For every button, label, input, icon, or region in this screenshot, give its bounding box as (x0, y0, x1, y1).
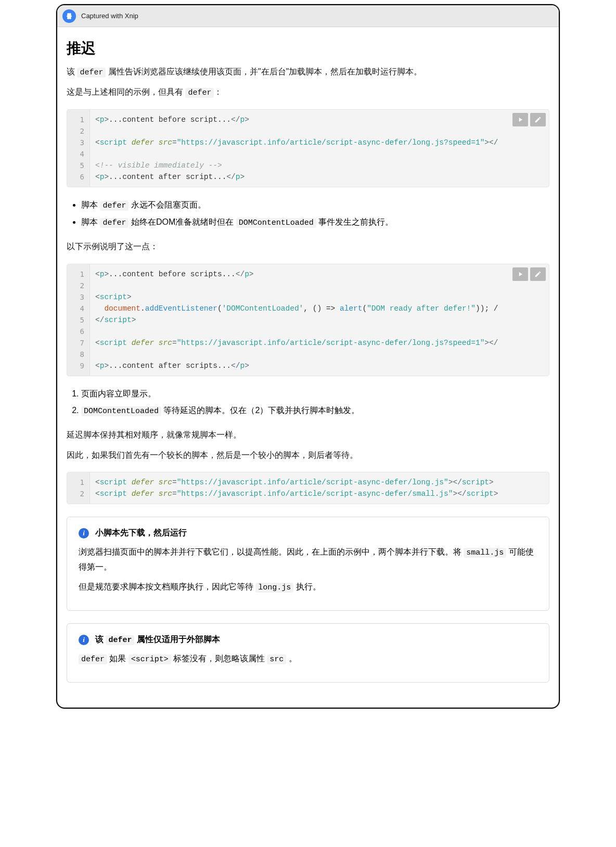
code: defer (100, 201, 129, 211)
page-title: 推迟 (67, 38, 549, 58)
xnip-logo-icon (62, 9, 76, 23)
paragraph-1: 该 defer 属性告诉浏览器应该继续使用该页面，并"在后台"加载脚本，然后在加… (67, 65, 549, 80)
line-number: 9 (67, 360, 89, 371)
line-number: 6 (67, 171, 89, 183)
code-content: <p>...content before scripts...</p> <scr… (90, 264, 549, 376)
text: 属性告诉浏览器应该继续使用该页面，并"在后台"加载脚本，然后在加载时运行脚本。 (106, 67, 422, 76)
line-number: 2 (67, 488, 89, 499)
code-defer: defer (77, 68, 106, 78)
code: defer (79, 654, 107, 664)
run-button[interactable] (512, 113, 528, 126)
line-number: 5 (67, 314, 89, 326)
note-paragraph: defer 如果 <script> 标签没有，则忽略该属性 src 。 (79, 651, 537, 666)
text: 浏览器扫描页面中的脚本并并行下载它们，以提高性能。因此，在上面的示例中，两个脚本… (79, 547, 464, 556)
line-number: 4 (67, 148, 89, 160)
line-number: 1 (67, 477, 89, 488)
text: 属性仅适用于外部脚本 (134, 635, 220, 644)
info-icon: i (79, 635, 89, 645)
text: 标签没有，则忽略该属性 (171, 654, 267, 663)
code: DOMContentLoaded (236, 218, 316, 228)
code-block-2: 1 2 3 4 5 6 7 8 9 <p>...content before s… (67, 264, 549, 376)
line-number: 4 (67, 303, 89, 314)
info-icon: i (79, 528, 89, 538)
line-number: 2 (67, 125, 89, 137)
titlebar: Captured with Xnip (57, 5, 559, 27)
code: small.js (464, 548, 506, 558)
line-gutter: 1 2 3 4 5 6 7 8 9 (67, 264, 90, 376)
paragraph-5: 因此，如果我们首先有一个较长的脚本，然后是一个较小的脚本，则后者等待。 (67, 448, 549, 463)
edit-button[interactable] (530, 113, 546, 126)
ol-item-2: DOMContentLoaded 等待延迟的脚本。仅在（2）下载并执行脚本时触发… (81, 402, 549, 419)
window: Captured with Xnip 推迟 该 defer 属性告诉浏览器应该继… (56, 4, 560, 709)
code-defer: defer (185, 88, 214, 98)
note-paragraph: 但是规范要求脚本按文档顺序执行，因此它等待 long.js 执行。 (79, 580, 537, 595)
line-number: 1 (67, 268, 89, 280)
code-block-1: 1 2 3 4 5 6 <p>...content before script.… (67, 109, 549, 187)
run-button[interactable] (512, 267, 528, 281)
bullet-list: 脚本 defer 永远不会阻塞页面。 脚本 defer 始终在DOM准备就绪时但… (67, 197, 549, 231)
code-content: <p>...content before script...</p> <scri… (90, 110, 549, 187)
line-gutter: 1 2 (67, 472, 90, 504)
info-note-2: i 该 defer 属性仅适用于外部脚本 defer 如果 <script> 标… (67, 623, 549, 683)
text: 事件发生之前执行。 (316, 217, 393, 226)
text: ： (214, 87, 222, 96)
note-header: i 小脚本先下载，然后运行 (79, 528, 537, 538)
text: 执行。 (293, 582, 320, 591)
text: 始终在DOM准备就绪时但在 (129, 217, 236, 226)
text: 但是规范要求脚本按文档顺序执行，因此它等待 (79, 582, 255, 591)
code-toolbar (512, 113, 546, 126)
text: 等待延迟的脚本。仅在（2）下载并执行脚本时触发。 (161, 406, 360, 415)
text: 永远不会阻塞页面。 (129, 200, 206, 209)
titlebar-text: Captured with Xnip (81, 12, 138, 20)
line-number: 3 (67, 137, 89, 148)
code-block-3: 1 2 <script defer src="https://javascrip… (67, 472, 549, 504)
text: 该 (67, 67, 77, 76)
code: long.js (255, 583, 293, 593)
text: 这是与上述相同的示例，但具有 (67, 87, 185, 96)
note-paragraph: 浏览器扫描页面中的脚本并并行下载它们，以提高性能。因此，在上面的示例中，两个脚本… (79, 545, 537, 574)
code-toolbar (512, 267, 546, 281)
line-number: 5 (67, 160, 89, 171)
line-gutter: 1 2 3 4 5 6 (67, 110, 90, 187)
code: src (267, 654, 286, 664)
paragraph-3: 以下示例说明了这一点： (67, 239, 549, 254)
bullet-item-2: 脚本 defer 始终在DOM准备就绪时但在 DOMContentLoaded … (81, 214, 549, 231)
text: 如果 (107, 654, 129, 663)
bullet-item-1: 脚本 defer 永远不会阻塞页面。 (81, 197, 549, 214)
code: <script> (129, 654, 171, 664)
note-title: 该 defer 属性仅适用于外部脚本 (95, 634, 220, 645)
line-number: 6 (67, 326, 89, 337)
info-note-1: i 小脚本先下载，然后运行 浏览器扫描页面中的脚本并并行下载它们，以提高性能。因… (67, 517, 549, 611)
code: DOMContentLoaded (81, 406, 161, 416)
paragraph-4: 延迟脚本保持其相对顺序，就像常规脚本一样。 (67, 428, 549, 443)
text: 脚本 (81, 200, 100, 209)
line-number: 7 (67, 337, 89, 349)
note-header: i 该 defer 属性仅适用于外部脚本 (79, 634, 537, 645)
line-number: 3 (67, 291, 89, 303)
edit-button[interactable] (530, 267, 546, 281)
note-title: 小脚本先下载，然后运行 (95, 528, 187, 538)
paragraph-2: 这是与上述相同的示例，但具有 defer： (67, 85, 549, 100)
text: 脚本 (81, 217, 100, 226)
code-content: <script defer src="https://javascript.in… (90, 472, 549, 504)
text: 。 (286, 654, 297, 663)
ol-item-1: 页面内容立即显示。 (81, 386, 549, 402)
code: defer (106, 635, 134, 645)
line-number: 1 (67, 114, 89, 125)
code: defer (100, 218, 129, 228)
line-number: 2 (67, 280, 89, 291)
content: 推迟 该 defer 属性告诉浏览器应该继续使用该页面，并"在后台"加载脚本，然… (57, 27, 559, 708)
text: 该 (95, 635, 106, 644)
line-number: 8 (67, 349, 89, 360)
ordered-list: 页面内容立即显示。 DOMContentLoaded 等待延迟的脚本。仅在（2）… (67, 386, 549, 419)
